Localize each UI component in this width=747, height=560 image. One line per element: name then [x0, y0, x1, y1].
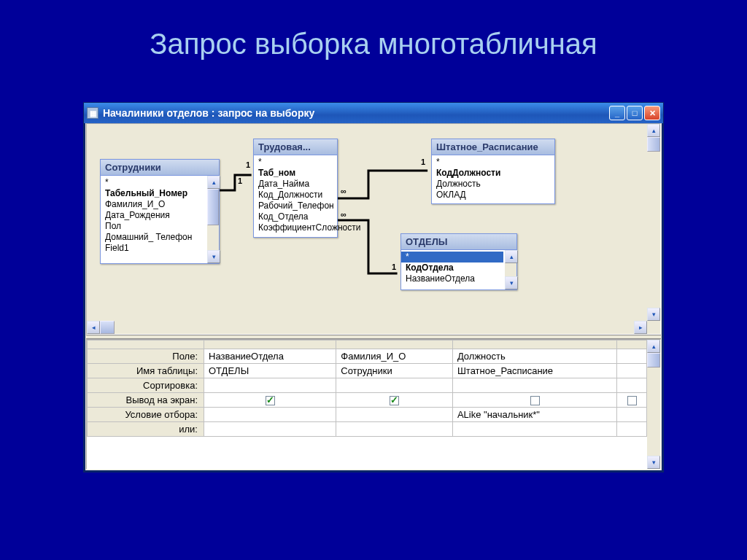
scroll-up-icon[interactable]: ▴ — [505, 250, 518, 263]
field-item[interactable]: КодОтдела — [401, 262, 503, 273]
grid-cell[interactable] — [336, 393, 453, 408]
show-checkbox[interactable] — [266, 396, 275, 405]
grid-cell[interactable] — [452, 378, 616, 393]
grid-cell[interactable] — [617, 422, 647, 437]
field-item[interactable]: КодДолжности — [432, 168, 554, 179]
scroll-down-icon[interactable]: ▾ — [647, 456, 660, 469]
row-label-criteria: Условие отбора: — [88, 408, 204, 422]
grid-cell[interactable] — [617, 349, 647, 364]
close-button[interactable]: ✕ — [644, 106, 660, 120]
query-design-window: ▦ Началиники отделов : запрос на выборку… — [83, 102, 664, 472]
field-item[interactable]: Код_Должности — [254, 190, 337, 201]
rel-label-one: 1 — [246, 160, 250, 169]
table-title[interactable]: ОТДЕЛЫ — [401, 234, 516, 250]
table-title[interactable]: Трудовая... — [254, 139, 337, 155]
table-title[interactable]: Штатное_Расписание — [432, 139, 554, 155]
grid-vertical-scrollbar[interactable]: ▴ ▾ — [647, 340, 660, 469]
scroll-down-icon[interactable]: ▾ — [207, 250, 220, 263]
row-label-sort: Сортировка: — [88, 378, 204, 393]
horizontal-scrollbar[interactable]: ◂ ▸ — [87, 321, 647, 334]
grid-cell[interactable] — [204, 378, 336, 393]
rel-label-one: 1 — [238, 176, 242, 185]
slide-title: Запрос выборка многотабличная — [0, 0, 747, 75]
field-item[interactable]: * — [254, 157, 337, 168]
titlebar[interactable]: ▦ Началиники отделов : запрос на выборку… — [84, 103, 663, 123]
maximize-button[interactable]: □ — [627, 106, 643, 120]
column-selector[interactable] — [204, 341, 336, 349]
grid-cell[interactable]: ALike "начальник*" — [452, 408, 616, 422]
grid-cell[interactable] — [617, 378, 647, 393]
field-item[interactable]: Дата_Найма — [254, 179, 337, 190]
field-item[interactable]: Рабочий_Телефон — [254, 201, 337, 211]
field-item[interactable]: Field1 — [101, 243, 206, 254]
rel-label-many: ∞ — [341, 187, 347, 195]
row-label-field: Поле: — [88, 349, 204, 364]
field-item[interactable]: НазваниеОтдела — [401, 273, 503, 284]
scroll-up-icon[interactable]: ▴ — [207, 176, 220, 189]
show-checkbox[interactable] — [627, 396, 637, 405]
field-item[interactable]: КоэффициентСложности — [254, 222, 337, 233]
qbe-grid-pane[interactable]: Поле: НазваниеОтдела Фамилия_И_О Должнос… — [86, 339, 661, 470]
scroll-down-icon[interactable]: ▾ — [647, 308, 660, 321]
table-title[interactable]: Сотрудники — [101, 160, 219, 176]
grid-cell[interactable] — [617, 408, 647, 422]
scroll-up-icon[interactable]: ▴ — [647, 124, 660, 137]
system-menu-icon[interactable]: ▦ — [87, 107, 98, 119]
grid-cell[interactable] — [336, 408, 453, 422]
scroll-up-icon[interactable]: ▴ — [647, 340, 660, 353]
grid-cell[interactable] — [336, 378, 453, 393]
table-box-labor[interactable]: Трудовая... * Таб_ном Дата_Найма Код_Дол… — [253, 139, 338, 238]
field-item[interactable]: Дата_Рождения — [101, 210, 206, 221]
grid-cell[interactable] — [204, 422, 336, 437]
grid-cell[interactable]: Сотрудники — [336, 364, 453, 378]
field-item[interactable]: Код_Отдела — [254, 211, 337, 222]
field-item[interactable]: Табельный_Номер — [101, 188, 206, 199]
minimize-button[interactable]: _ — [609, 106, 625, 120]
column-selector[interactable] — [336, 341, 453, 349]
grid-cell[interactable] — [204, 408, 336, 422]
qbe-grid[interactable]: Поле: НазваниеОтдела Фамилия_И_О Должнос… — [87, 340, 647, 437]
grid-cell[interactable] — [336, 422, 453, 437]
scroll-right-icon[interactable]: ▸ — [634, 321, 647, 334]
grid-cell[interactable] — [204, 393, 336, 408]
field-item[interactable]: * — [432, 157, 554, 168]
field-item[interactable]: Пол — [101, 221, 206, 232]
grid-cell[interactable]: Штатное_Расписание — [452, 364, 616, 378]
row-label-table: Имя таблицы: — [88, 364, 204, 378]
table-box-departments[interactable]: ОТДЕЛЫ * КодОтдела НазваниеОтдела ▴ ▾ — [400, 233, 517, 290]
table-box-employees[interactable]: Сотрудники * Табельный_Номер Фамилия_И_О… — [100, 159, 220, 264]
grid-cell[interactable]: ОТДЕЛЫ — [204, 364, 336, 378]
rel-label-many: ∞ — [341, 210, 347, 219]
table-box-staffing[interactable]: Штатное_Расписание * КодДолжности Должно… — [431, 139, 555, 204]
scroll-left-icon[interactable]: ◂ — [87, 321, 100, 334]
show-checkbox[interactable] — [390, 396, 399, 405]
field-item[interactable]: * — [101, 177, 206, 188]
column-selector[interactable] — [452, 341, 616, 349]
show-checkbox[interactable] — [530, 396, 540, 405]
grid-cell[interactable] — [617, 393, 647, 408]
relationship-diagram-pane[interactable]: 1 1 ∞ 1 ∞ 1 Сотрудники * Табельный_Номер… — [86, 123, 661, 335]
row-label-or: или: — [88, 422, 204, 437]
field-item[interactable]: ОКЛАД — [432, 190, 554, 201]
field-item[interactable]: Таб_ном — [254, 168, 337, 179]
grid-cell[interactable]: НазваниеОтдела — [204, 349, 336, 364]
rel-label-one: 1 — [392, 262, 396, 271]
rel-label-one: 1 — [421, 158, 425, 166]
column-selector[interactable] — [617, 341, 647, 349]
vertical-scrollbar[interactable]: ▴ ▾ — [647, 124, 660, 321]
field-item[interactable]: Домашний_ Телефон — [101, 232, 206, 243]
grid-cell[interactable]: Должность — [452, 349, 616, 364]
grid-cell[interactable]: Фамилия_И_О — [336, 349, 453, 364]
grid-cell[interactable] — [452, 422, 616, 437]
row-label-show: Вывод на экран: — [88, 393, 204, 408]
scroll-down-icon[interactable]: ▾ — [505, 276, 518, 289]
field-item[interactable]: Должность — [432, 179, 554, 190]
grid-cell[interactable] — [452, 393, 616, 408]
window-title: Началиники отделов : запрос на выборку — [103, 107, 314, 119]
field-item[interactable]: * — [401, 252, 503, 262]
field-item[interactable]: Фамилия_И_О — [101, 199, 206, 210]
grid-cell[interactable] — [617, 364, 647, 378]
